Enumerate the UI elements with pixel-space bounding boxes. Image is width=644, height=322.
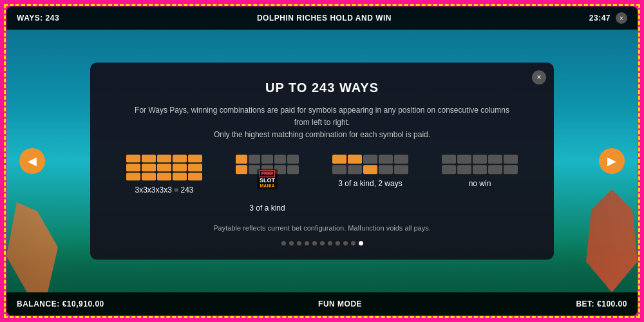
dot-7[interactable]	[328, 241, 332, 245]
grid-visual-nowin	[442, 155, 518, 174]
info-modal: × UP TO 243 WAYS For Ways Pays, winning …	[90, 62, 554, 260]
modal-close-button[interactable]: ×	[532, 70, 546, 84]
right-chevron-icon: ▶	[607, 154, 616, 168]
dot-4[interactable]	[305, 241, 309, 245]
dot-5[interactable]	[312, 241, 317, 245]
label-243: 3x3x3x3x3 = 243	[135, 185, 193, 194]
dot-3[interactable]	[297, 241, 301, 245]
grid-item-3kind: FREE SLOT MANIA 3 of a kind	[236, 155, 299, 213]
close-icon: ×	[536, 73, 541, 82]
balance-label: BALANCE:	[17, 299, 60, 308]
label-nowin: no win	[469, 179, 491, 188]
dot-8[interactable]	[336, 241, 340, 245]
next-arrow-button[interactable]: ▶	[599, 148, 625, 174]
grid-item-243: placeholder 3x3x3x3x3 = 243	[126, 155, 202, 194]
desc-line3: Only the highest matching combination fo…	[214, 131, 430, 140]
outer-border: WAYS: 243 DOLPHIN RICHES HOLD AND WIN 23…	[0, 0, 644, 322]
bet-label: BET:	[576, 299, 594, 308]
clock-display: 23:47	[589, 14, 611, 23]
game-window: WAYS: 243 DOLPHIN RICHES HOLD AND WIN 23…	[6, 6, 638, 316]
bottom-bar: BALANCE: €10,910.00 FUN MODE BET: €100.0…	[6, 292, 638, 316]
modal-title: UP TO 243 WAYS	[109, 80, 535, 95]
label-3kind: 3 of a kind	[249, 204, 285, 213]
label-2ways: 3 of a kind, 2 ways	[338, 179, 402, 188]
prev-arrow-button[interactable]: ◀	[19, 148, 45, 174]
top-bar: WAYS: 243 DOLPHIN RICHES HOLD AND WIN 23…	[6, 6, 638, 30]
ways-display: WAYS: 243	[17, 14, 59, 23]
grid-visual-243	[126, 155, 202, 180]
dot-11[interactable]	[359, 241, 363, 245]
top-close-button[interactable]: ×	[616, 12, 627, 24]
watermark-line2: SLOT	[260, 177, 276, 184]
watermark-line1: FREE	[260, 170, 276, 177]
left-chevron-icon: ◀	[28, 154, 37, 168]
dot-6[interactable]	[320, 241, 325, 245]
modal-description: For Ways Pays, winning combinations are …	[109, 104, 535, 142]
ways-illustration: placeholder 3x3x3x3x3 = 243 FREE	[109, 155, 535, 213]
watermark-line3: MANIA	[260, 184, 276, 188]
dot-1[interactable]	[281, 241, 286, 245]
grid-item-nowin: no win	[442, 155, 518, 188]
grid-visual-2ways	[332, 155, 408, 174]
grid-item-3kind-2ways: 3 of a kind, 2 ways	[332, 155, 408, 188]
fun-mode-label: FUN MODE	[318, 299, 362, 308]
dot-2[interactable]	[289, 241, 294, 245]
desc-line1: For Ways Pays, winning combinations are …	[135, 106, 509, 115]
modal-footer-text: Paytable reflects current bet configurat…	[109, 224, 535, 232]
bet-value: €100.00	[597, 299, 627, 308]
page-dots	[109, 241, 535, 245]
game-title: DOLPHIN RICHES HOLD AND WIN	[257, 14, 392, 23]
dot-10[interactable]	[351, 241, 355, 245]
desc-line2: from left to right.	[294, 118, 350, 127]
dot-9[interactable]	[343, 241, 348, 245]
balance-value: €10,910.00	[62, 299, 104, 308]
